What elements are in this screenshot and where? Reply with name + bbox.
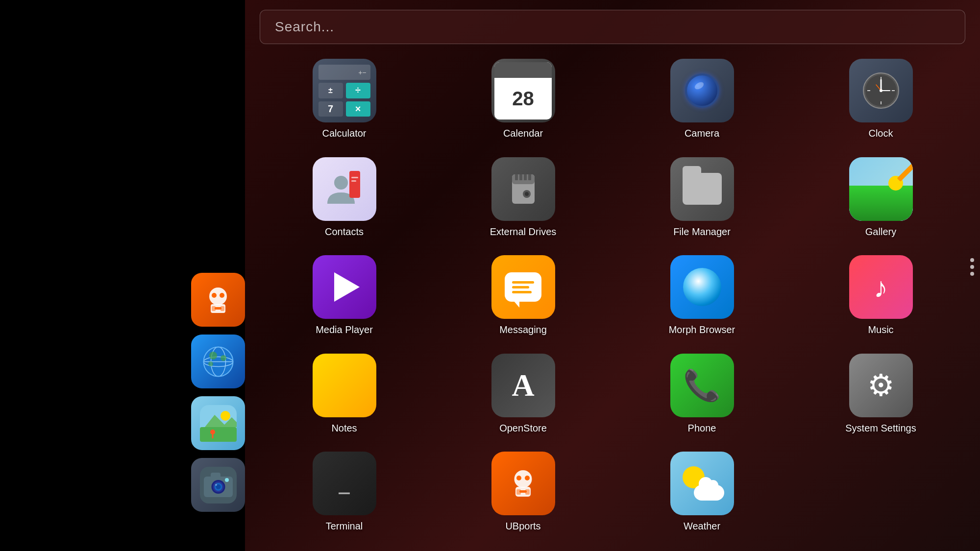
app-icon-messaging [491, 255, 555, 319]
app-item-ubports[interactable]: UBports [439, 452, 608, 536]
sidebar-icon-globe[interactable] [191, 335, 245, 388]
ubports-robot-svg [505, 465, 541, 502]
app-item-phone[interactable]: 📞 Phone [617, 354, 786, 438]
scroll-indicator [970, 258, 974, 276]
svg-point-3 [220, 293, 224, 298]
svg-rect-42 [351, 177, 358, 178]
app-label-terminal: Terminal [326, 520, 363, 532]
app-icon-phone: 📞 [670, 354, 734, 417]
app-icon-weather [670, 452, 734, 515]
app-item-camera[interactable]: Camera [617, 59, 786, 144]
app-label-clock: Clock [868, 127, 893, 140]
app-label-morph-browser: Morph Browser [669, 324, 735, 336]
app-icon-external-drives [491, 157, 555, 221]
app-label-openstore: OpenStore [499, 422, 547, 434]
apps-grid: +− ± ÷ 7 × Calculator 28 Calendar [260, 59, 965, 536]
svg-point-55 [525, 476, 530, 480]
music-note-icon: ♪ [874, 271, 888, 304]
app-item-weather[interactable]: Weather [617, 452, 786, 536]
svg-rect-16 [200, 427, 237, 442]
app-label-weather: Weather [684, 520, 720, 532]
svg-rect-49 [528, 174, 531, 180]
app-item-contacts[interactable]: Contacts [260, 157, 429, 242]
terminal-prompt-icon: _ [339, 473, 350, 494]
app-label-ubports: UBports [505, 520, 540, 532]
app-label-media-player: Media Player [316, 324, 373, 336]
svg-rect-46 [515, 174, 518, 180]
app-item-messaging[interactable]: Messaging [439, 255, 608, 340]
app-icon-camera [670, 59, 734, 122]
app-item-terminal[interactable]: _ Terminal [260, 452, 429, 536]
svg-point-51 [525, 192, 529, 196]
app-icon-morph-browser [670, 255, 734, 319]
svg-point-18 [220, 411, 230, 421]
app-label-external-drives: External Drives [490, 226, 557, 238]
svg-rect-48 [524, 174, 527, 180]
svg-point-2 [212, 293, 217, 298]
app-icon-calculator: +− ± ÷ 7 × [313, 59, 376, 122]
app-icon-file-manager [670, 157, 734, 221]
app-item-calendar[interactable]: 28 Calendar [439, 59, 608, 144]
app-label-calculator: Calculator [322, 127, 366, 140]
app-item-morph-browser[interactable]: Morph Browser [617, 255, 786, 340]
svg-point-12 [209, 352, 217, 359]
app-label-notes: Notes [331, 422, 357, 434]
left-sidebar [0, 0, 245, 551]
app-item-notes[interactable]: Notes [260, 354, 429, 438]
app-item-openstore[interactable]: A OpenStore [439, 354, 608, 438]
sidebar-icon-camera[interactable] [191, 458, 245, 512]
app-icon-music: ♪ [849, 255, 913, 319]
app-icon-terminal: _ [313, 452, 376, 515]
svg-point-28 [225, 478, 229, 482]
dot-3 [970, 272, 974, 276]
app-item-file-manager[interactable]: File Manager [617, 157, 786, 242]
clock-svg [861, 71, 901, 110]
openstore-a-icon: A [512, 367, 534, 404]
app-icon-contacts [313, 157, 376, 221]
svg-point-0 [209, 287, 227, 305]
app-label-contacts: Contacts [325, 226, 364, 238]
svg-point-39 [334, 176, 348, 190]
svg-rect-22 [211, 473, 220, 479]
app-item-system-settings[interactable]: ⚙ System Settings [796, 354, 965, 438]
app-item-external-drives[interactable]: External Drives [439, 157, 608, 242]
app-drawer: Search... +− ± ÷ 7 × Calculator 28 [245, 0, 980, 551]
app-icon-gallery [849, 157, 913, 221]
app-item-music[interactable]: ♪ Music [796, 255, 965, 340]
svg-rect-6 [215, 307, 221, 310]
app-icon-calendar: 28 [491, 59, 555, 122]
app-icon-system-settings: ⚙ [849, 354, 913, 417]
contacts-svg [322, 167, 367, 211]
app-icon-ubports [491, 452, 555, 515]
svg-rect-47 [519, 174, 522, 180]
svg-point-27 [215, 484, 217, 486]
search-bar[interactable]: Search... [260, 10, 965, 44]
app-item-calculator[interactable]: +− ± ÷ 7 × Calculator [260, 59, 429, 144]
svg-point-38 [880, 89, 882, 92]
app-icon-openstore: A [491, 354, 555, 417]
app-label-system-settings: System Settings [845, 422, 916, 434]
app-item-media-player[interactable]: Media Player [260, 255, 429, 340]
phone-handset-icon: 📞 [683, 368, 721, 403]
gear-icon: ⚙ [867, 367, 895, 403]
svg-point-13 [220, 355, 226, 361]
sidebar-icon-ubports[interactable] [191, 273, 245, 327]
app-item-gallery[interactable]: Gallery [796, 157, 965, 242]
app-label-file-manager: File Manager [673, 226, 731, 238]
dot-2 [970, 265, 974, 269]
svg-point-14 [208, 361, 213, 366]
svg-rect-43 [351, 180, 356, 182]
sidebar-icon-maps[interactable] [191, 396, 245, 450]
svg-point-54 [516, 476, 521, 480]
calendar-day: 28 [494, 78, 552, 119]
app-label-camera: Camera [685, 127, 719, 140]
svg-rect-58 [519, 490, 527, 493]
app-item-clock[interactable]: Clock [796, 59, 965, 144]
app-icon-clock [849, 59, 913, 122]
dot-1 [970, 258, 974, 262]
app-label-phone: Phone [688, 422, 716, 434]
app-label-messaging: Messaging [499, 324, 547, 336]
external-drives-svg [501, 167, 545, 211]
app-label-gallery: Gallery [865, 226, 896, 238]
app-label-music: Music [868, 324, 893, 336]
